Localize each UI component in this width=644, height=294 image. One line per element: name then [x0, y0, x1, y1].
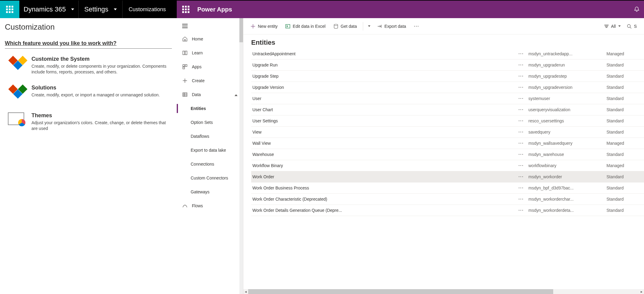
chevron-down-icon: [618, 25, 621, 27]
nav-export-lake[interactable]: Export to data lake: [177, 143, 243, 157]
solutions-icon: [8, 85, 26, 103]
nav-label: Option Sets: [191, 120, 213, 125]
entity-schema: msdyn_workorderdeta...: [528, 208, 604, 213]
horizontal-scrollbar[interactable]: ◄ ►: [243, 289, 644, 294]
nav-flows[interactable]: Flows: [177, 199, 243, 213]
app-launcher-button[interactable]: [181, 5, 191, 14]
notifications-button[interactable]: [634, 6, 640, 12]
table-row[interactable]: Upgrade Run···msdyn_upgraderunStandard: [251, 60, 644, 71]
dynamics-body: Customization Which feature would you li…: [0, 18, 177, 142]
nav-data[interactable]: Data: [177, 88, 243, 102]
row-more-button[interactable]: ···: [514, 118, 528, 123]
nav-entities[interactable]: Entities: [177, 102, 243, 115]
search-hint: S: [634, 24, 637, 29]
nav-label: Data: [192, 92, 201, 97]
entity-type: Standard: [604, 107, 640, 112]
filter-all-button[interactable]: All: [601, 21, 624, 32]
entity-schema: msdyn_upgraderun: [528, 63, 604, 67]
feature-desc: Adjust your organization's colors. Creat…: [31, 120, 172, 131]
feature-customize-system[interactable]: Customize the System Create, modify, or …: [5, 53, 172, 82]
sidebar-scrollbar[interactable]: [239, 18, 243, 294]
table-row[interactable]: Workflow Binary···workflowbinaryManaged: [251, 160, 644, 171]
search-button[interactable]: S: [624, 21, 640, 32]
nav-label: Flows: [192, 203, 203, 208]
row-more-button[interactable]: ···: [514, 63, 528, 67]
app-launcher-button[interactable]: [0, 1, 19, 18]
row-more-button[interactable]: ···: [514, 141, 528, 146]
feature-title: Solutions: [31, 85, 160, 91]
get-data-dropdown[interactable]: [366, 21, 372, 32]
table-row[interactable]: View···savedqueryStandard: [251, 127, 644, 138]
plus-icon: [182, 78, 188, 83]
overflow-button[interactable]: ···: [411, 21, 422, 32]
nav-apps[interactable]: Apps: [177, 60, 243, 74]
nav-gateways[interactable]: Gateways: [177, 185, 243, 199]
row-more-button[interactable]: ···: [514, 85, 528, 90]
table-row[interactable]: Upgrade Step···msdyn_upgradestepStandard: [251, 71, 644, 82]
brand-menu[interactable]: Dynamics 365: [19, 1, 79, 18]
feature-themes[interactable]: Themes Adjust your organization's colors…: [5, 109, 172, 138]
row-more-button[interactable]: ···: [514, 174, 528, 179]
nav-learn[interactable]: Learn: [177, 46, 243, 60]
entity-type: Standard: [604, 208, 640, 213]
edit-excel-button[interactable]: Edit data in Excel: [282, 21, 328, 32]
row-more-button[interactable]: ···: [514, 107, 528, 112]
nav-dataflows[interactable]: Dataflows: [177, 129, 243, 143]
table-row[interactable]: Work Order Business Process···msdyn_bpf_…: [251, 183, 644, 194]
row-more-button[interactable]: ···: [514, 74, 528, 79]
table-row[interactable]: UntrackedAppointment···msdyn_untrackedap…: [251, 48, 644, 60]
row-more-button[interactable]: ···: [514, 51, 528, 56]
settings-label: Settings: [84, 5, 108, 13]
row-more-button[interactable]: ···: [514, 152, 528, 157]
entity-type: Managed: [604, 163, 640, 168]
new-entity-button[interactable]: New entity: [248, 21, 281, 32]
table-row[interactable]: User Settings···resco_usersettingsStanda…: [251, 115, 644, 127]
table-icon: [182, 92, 188, 97]
entity-schema: resco_usersettings: [528, 118, 604, 123]
table-row[interactable]: Warehouse···msdyn_warehouseStandard: [251, 149, 644, 160]
book-icon: [182, 50, 188, 56]
entity-type: Standard: [604, 174, 640, 179]
scroll-left-arrow[interactable]: ◄: [243, 290, 248, 293]
row-more-button[interactable]: ···: [514, 197, 528, 202]
more-icon: ···: [414, 24, 419, 29]
get-data-button[interactable]: Get data: [330, 21, 360, 32]
row-more-button[interactable]: ···: [514, 96, 528, 101]
nav-home[interactable]: Home: [177, 32, 243, 46]
scrollbar-thumb[interactable]: [248, 289, 553, 294]
nav-create[interactable]: Create: [177, 74, 243, 88]
nav-option-sets[interactable]: Option Sets: [177, 115, 243, 129]
entity-type: Managed: [604, 141, 640, 146]
entity-name: View: [251, 130, 514, 134]
nav-label: Home: [192, 37, 203, 41]
table-row[interactable]: Wall View···msdyn_wallsavedqueryManaged: [251, 138, 644, 149]
table-row[interactable]: User Chart···userqueryvisualizationStand…: [251, 104, 644, 115]
row-more-button[interactable]: ···: [514, 130, 528, 134]
excel-icon: [285, 24, 290, 29]
feature-solutions[interactable]: Solutions Create, modify, export, or imp…: [5, 82, 172, 109]
nav-connections[interactable]: Connections: [177, 157, 243, 171]
table-row[interactable]: User···systemuserStandard: [251, 93, 644, 104]
breadcrumb-customizations[interactable]: Customizations: [123, 1, 172, 18]
sidebar: Home Learn Apps Create: [177, 18, 243, 294]
table-row[interactable]: Work Order Characteristic (Deprecated)··…: [251, 194, 644, 205]
entity-type: Standard: [604, 96, 640, 101]
row-more-button[interactable]: ···: [514, 163, 528, 168]
row-more-button[interactable]: ···: [514, 186, 528, 190]
settings-menu[interactable]: Settings: [79, 1, 123, 18]
collapse-nav-button[interactable]: [177, 20, 243, 32]
scrollbar-thumb[interactable]: [239, 18, 243, 42]
table-row[interactable]: Work Order···msdyn_workorderStandard: [251, 171, 644, 183]
apps-icon: [182, 64, 188, 69]
row-more-button[interactable]: ···: [514, 208, 528, 213]
entity-name: Work Order: [251, 174, 514, 179]
powerapps-topbar: Power Apps: [177, 1, 644, 18]
scroll-right-arrow[interactable]: ►: [639, 290, 644, 293]
nav-label: Apps: [192, 64, 202, 69]
waffle-icon: [6, 6, 13, 13]
nav-custom-connectors[interactable]: Custom Connectors: [177, 171, 243, 185]
table-row[interactable]: Work Order Details Generation Queue (Dep…: [251, 205, 644, 216]
table-row[interactable]: Upgrade Version···msdyn_upgradeversionSt…: [251, 82, 644, 93]
entity-schema: msdyn_workorderchar...: [528, 197, 604, 202]
export-data-button[interactable]: Export data: [374, 21, 409, 32]
